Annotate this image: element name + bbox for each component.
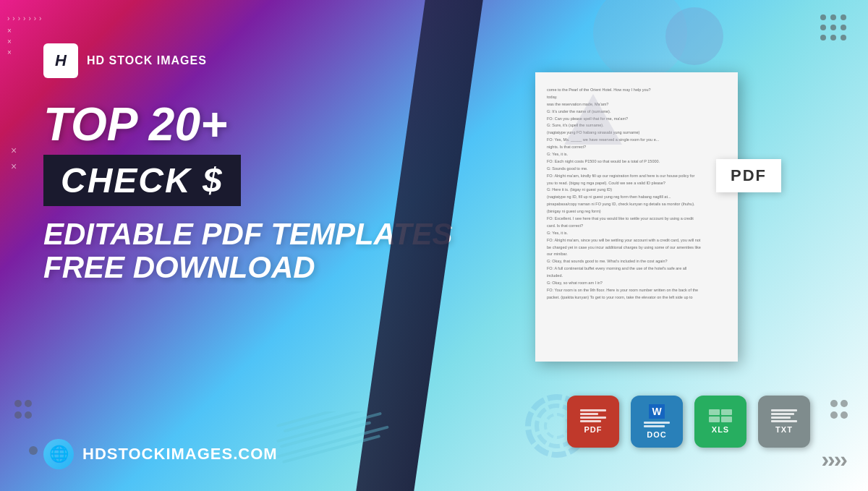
dot-single-bottomleft xyxy=(29,446,38,455)
svg-point-2 xyxy=(545,414,569,437)
doc-label: DOC xyxy=(647,430,666,439)
dots-decoration-topright xyxy=(820,14,846,40)
x-pattern-decoration-midleft: × × xyxy=(11,145,17,172)
website-url: HDSTOCKIMAGES.COM xyxy=(82,445,278,464)
txt-label: TXT xyxy=(775,425,793,434)
pdf-overlay-badge: PDF xyxy=(716,159,781,192)
decorative-circle-topright2 xyxy=(665,7,723,65)
logo-icon: H xyxy=(43,43,78,78)
format-icons-row: PDF W DOC XLS TXT xyxy=(567,396,810,448)
dots-decoration-bottomright xyxy=(830,400,846,419)
globe-icon: 🌐 xyxy=(43,439,74,469)
logo-text: HD STOCK IMAGES xyxy=(87,54,207,67)
txt-format-icon: TXT xyxy=(758,396,810,448)
check-s-text: CHECK $ xyxy=(61,161,224,200)
check-s-badge: CHECK $ xyxy=(43,155,241,206)
pdf-format-icon: PDF xyxy=(567,396,619,448)
wavy-decoration xyxy=(275,411,391,469)
doc-format-icon: W DOC xyxy=(631,396,683,448)
document-preview: come to the Pearl of the Orient Hotel. H… xyxy=(535,72,738,362)
pdf-label: PDF xyxy=(584,425,603,434)
xls-label: XLS xyxy=(712,425,729,434)
x-pattern-decoration-topleft: ››››››› × × × xyxy=(7,14,41,56)
top-20-heading: TOP 20+ xyxy=(43,101,452,148)
xls-format-icon: XLS xyxy=(694,396,746,448)
website-area: 🌐 HDSTOCKIMAGES.COM xyxy=(43,439,278,469)
chevrons-bottomright: ›››› xyxy=(821,446,846,473)
dots-decoration-bottomleft xyxy=(14,400,30,419)
logo-area: H HD STOCK IMAGES xyxy=(43,43,207,78)
